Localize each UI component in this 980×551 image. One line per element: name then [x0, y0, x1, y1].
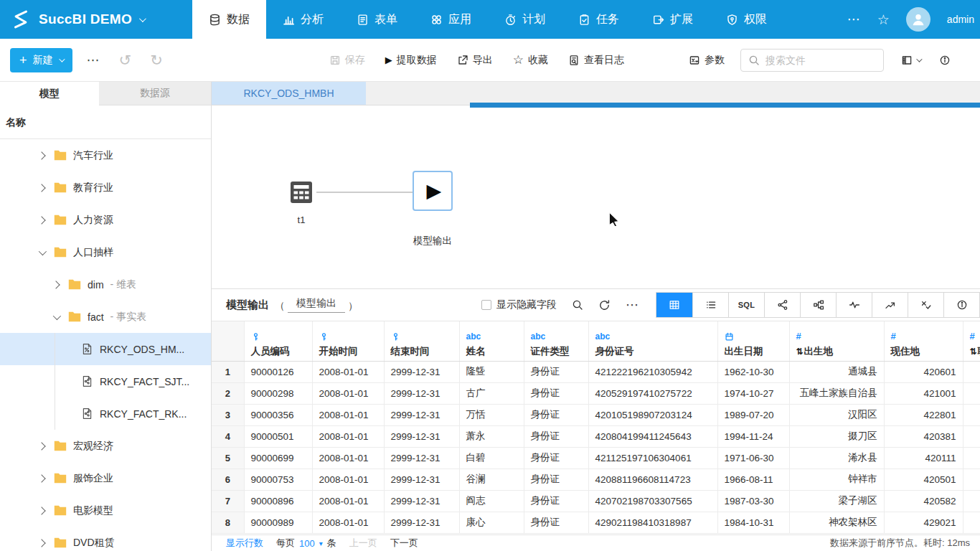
tree-item[interactable]: 电影模型: [0, 494, 211, 527]
column-header[interactable]: 结束时间: [384, 321, 459, 361]
chevron-down-icon[interactable]: [39, 247, 47, 255]
table-row: 6900007532008-01-012999-12-31谷澜身份证420881…: [212, 468, 980, 490]
table-cell: 五峰土家族自治县: [789, 382, 884, 404]
chevron-right-icon[interactable]: [37, 216, 45, 224]
info-view-button[interactable]: [943, 293, 979, 317]
nav-tab-extend[interactable]: 扩展: [636, 0, 710, 39]
number-type-icon: #: [796, 331, 801, 342]
stopwatch-icon: [504, 14, 517, 26]
impact-view-button[interactable]: [764, 293, 800, 317]
redo-button[interactable]: ↻: [150, 52, 163, 67]
lineage-view-button[interactable]: [800, 293, 836, 317]
star-icon[interactable]: ☆: [877, 11, 890, 28]
tree-item[interactable]: RKCY_FACT_SJT...: [0, 365, 211, 397]
sidebar-tab-datasource[interactable]: 数据源: [99, 82, 211, 105]
refresh-button[interactable]: [598, 299, 611, 311]
save-button[interactable]: 保存: [329, 54, 365, 67]
show-row-count-link[interactable]: 显示行数: [226, 537, 263, 550]
nav-tab-app[interactable]: 应用: [414, 0, 488, 39]
nav-tab-analysis[interactable]: 分析: [266, 0, 340, 39]
pulse-view-button[interactable]: [836, 293, 872, 317]
next-page-button[interactable]: 下一页: [390, 537, 418, 550]
nav-tab-perm[interactable]: 权限: [710, 0, 783, 39]
layout-switch-button[interactable]: [901, 55, 920, 66]
output-name-editable[interactable]: 模型输出: [288, 297, 345, 313]
tree-item[interactable]: 汽车行业: [0, 139, 211, 171]
file-search-input[interactable]: [765, 55, 876, 66]
show-hidden-fields-toggle[interactable]: 显示隐藏字段: [481, 298, 557, 311]
nav-tab-plan[interactable]: 计划: [488, 0, 562, 39]
table-cell: 1966-08-11: [717, 468, 789, 490]
tree-item[interactable]: 服饰企业: [0, 462, 211, 494]
chevron-right-icon[interactable]: [37, 474, 45, 482]
flow-canvas[interactable]: ▶ t1 模型输出: [212, 105, 980, 289]
chevron-right-icon[interactable]: [37, 184, 45, 192]
undo-button[interactable]: ↺: [119, 52, 132, 67]
export-button[interactable]: 导出: [457, 54, 493, 67]
tree-item[interactable]: dim- 维表: [0, 268, 211, 301]
folder-icon: [54, 505, 67, 516]
column-header[interactable]: #现住地: [884, 321, 963, 361]
column-header[interactable]: 开始时间: [312, 321, 384, 361]
tree-item[interactable]: 宏观经济: [0, 430, 211, 462]
table-view-button[interactable]: [656, 293, 692, 317]
user-avatar[interactable]: [906, 7, 930, 32]
tree-item-label: 电影模型: [73, 504, 113, 517]
validate-view-button[interactable]: [908, 293, 943, 317]
chevron-right-icon[interactable]: [52, 281, 60, 288]
nav-more-button[interactable]: ⋯: [847, 11, 861, 27]
tree-item[interactable]: 人力资源: [0, 204, 211, 236]
sql-view-button[interactable]: SQL: [728, 293, 764, 317]
new-button[interactable]: + 新建: [10, 48, 72, 72]
per-page-control: 每页 100 ▾ 条: [276, 537, 336, 550]
chevron-right-icon[interactable]: [37, 151, 45, 159]
chevron-down-icon[interactable]: [53, 311, 61, 319]
panel-more-button[interactable]: ⋯: [626, 297, 639, 313]
params-button[interactable]: 参数: [689, 54, 725, 67]
sidebar-tab-model[interactable]: 模型: [0, 82, 99, 105]
table-cell: 神农架林区: [789, 512, 884, 533]
chevron-right-icon[interactable]: [37, 442, 45, 450]
extract-data-button[interactable]: ▶ 提取数据: [385, 54, 437, 67]
list-view-button[interactable]: [692, 293, 728, 317]
view-log-button[interactable]: 查看日志: [568, 54, 624, 67]
tree-item[interactable]: fact- 事实表: [0, 301, 211, 333]
nav-tab-form[interactable]: 表单: [340, 0, 414, 39]
chevron-right-icon[interactable]: [37, 539, 45, 547]
nav-tab-data[interactable]: 数据: [192, 0, 266, 39]
nav-tab-task[interactable]: 任务: [562, 0, 636, 39]
new-button-label: 新建: [33, 54, 53, 67]
favorite-button[interactable]: ☆ 收藏: [513, 52, 548, 67]
node-t1[interactable]: [289, 180, 314, 204]
search-fields-button[interactable]: [572, 299, 583, 311]
user-name[interactable]: admin: [947, 14, 974, 25]
node-model-output[interactable]: ▶: [413, 171, 453, 211]
tree-item[interactable]: 教育行业: [0, 171, 211, 204]
table-cell: 1989-07-20: [717, 404, 789, 425]
prev-page-button[interactable]: 上一页: [349, 537, 377, 550]
column-header[interactable]: abc证件类型: [524, 321, 588, 361]
checkbox-unchecked-icon[interactable]: [481, 300, 491, 310]
column-header[interactable]: abc身份证号: [588, 321, 717, 361]
column-header[interactable]: 人员编码: [244, 321, 312, 361]
per-page-select[interactable]: 100: [299, 538, 315, 549]
panel-title: 模型输出: [226, 298, 269, 312]
tree-item[interactable]: RKCY_ODS_HM...: [0, 333, 211, 365]
chevron-down-icon[interactable]: ▾: [319, 540, 323, 547]
table-cell: 2999-12-31: [384, 361, 459, 382]
trend-view-button[interactable]: [872, 293, 908, 317]
table-cell: [963, 404, 980, 425]
tree-item[interactable]: RKCY_FACT_RK...: [0, 397, 211, 430]
brand-menu[interactable]: SuccBI DEMO: [0, 0, 192, 39]
person-icon: [910, 11, 926, 27]
column-header[interactable]: 出生日期: [717, 321, 789, 361]
info-button[interactable]: [939, 55, 951, 66]
column-header[interactable]: #⇅出生地: [789, 321, 884, 361]
column-header[interactable]: abc姓名: [459, 321, 524, 361]
tree-item[interactable]: DVD租赁: [0, 527, 211, 551]
document-tab[interactable]: RKCY_ODS_HMBH: [212, 82, 366, 105]
chevron-right-icon[interactable]: [37, 507, 45, 514]
toolbar-more-button[interactable]: ⋯: [87, 52, 100, 68]
column-header[interactable]: #⇅职: [963, 321, 980, 361]
tree-item[interactable]: 人口抽样: [0, 236, 211, 268]
